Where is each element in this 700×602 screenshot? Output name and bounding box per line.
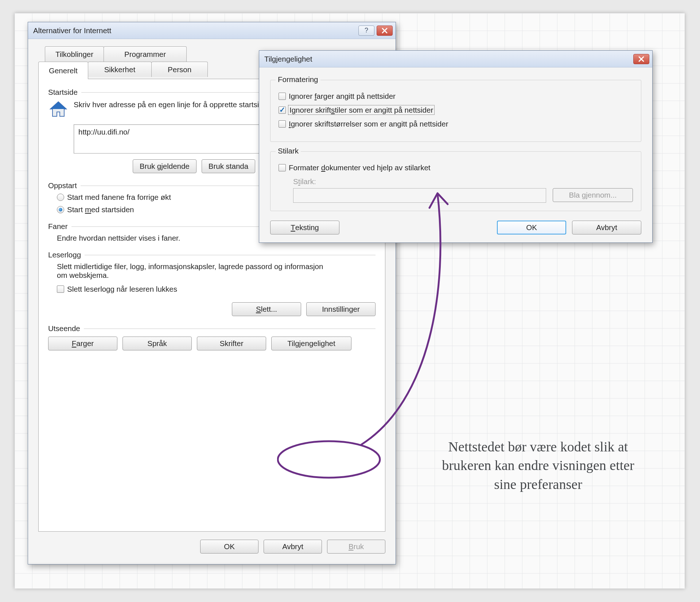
ignore-colors-checkbox[interactable]: Ignorer farger angitt på nettsider [279, 92, 633, 101]
leserlogg-header: Leserlogg [48, 250, 81, 259]
tab-person[interactable]: Person [151, 62, 208, 77]
main-ok-button[interactable]: OK [200, 540, 258, 554]
oppstart-header: Oppstart [48, 181, 77, 190]
acc-cancel-button[interactable]: Avbryt [572, 221, 641, 234]
browse-button: Bla gjennom... [553, 188, 633, 202]
stylesheet-path-input [293, 188, 546, 203]
ignore-font-styles-checkbox[interactable]: Ignorer skriftstiler som er angitt på ne… [279, 106, 633, 114]
tab-tilkoblinger[interactable]: Tilkoblinger [45, 46, 104, 62]
settings-button[interactable]: Innstillinger [306, 302, 376, 316]
formatering-fieldset: Formatering Ignorer farger angitt på net… [270, 80, 641, 142]
home-icon [48, 100, 69, 120]
captions-button[interactable]: Teksting [270, 221, 339, 234]
use-stylesheet-checkbox[interactable]: Formater dokumenter ved hjelp av stilark… [279, 163, 633, 172]
acc-close-button[interactable] [633, 54, 649, 64]
main-cancel-button[interactable]: Avbryt [264, 540, 322, 554]
acc-titlebar[interactable]: Tilgjengelighet [259, 51, 652, 67]
stylesheet-label: Stilark: [293, 177, 633, 186]
leserlogg-desc: Slett midlertidige filer, logg, informas… [57, 262, 334, 280]
startside-desc: Skriv hver adresse på en egen linje for … [74, 100, 286, 120]
tab-generelt[interactable]: Generelt [38, 62, 88, 79]
close-button[interactable] [377, 26, 393, 36]
tab-sikkerhet[interactable]: Sikkerhet [88, 62, 152, 77]
acc-title: Tilgjengelighet [264, 55, 631, 63]
use-current-button[interactable]: Bruk gjeldende [133, 159, 197, 173]
ignore-font-sizes-checkbox[interactable]: Ignorer skriftstørrelser som er angitt p… [279, 120, 633, 128]
fonts-button[interactable]: Skrifter [197, 337, 266, 350]
use-default-button[interactable]: Bruk standa [202, 159, 255, 173]
colors-button[interactable]: Farger [48, 337, 117, 350]
acc-ok-button[interactable]: OK [497, 221, 566, 234]
utseende-header: Utseende [48, 324, 80, 333]
accessibility-dialog: Tilgjengelighet Formatering Ignorer farg… [259, 50, 653, 243]
help-button[interactable]: ? [358, 26, 374, 36]
stilark-fieldset: Stilark Formater dokumenter ved hjelp av… [270, 151, 641, 211]
formatering-legend: Formatering [276, 75, 320, 84]
main-apply-button[interactable]: Bruk [327, 540, 385, 554]
delete-button[interactable]: Slett... [232, 302, 301, 316]
languages-button[interactable]: Språk [122, 337, 192, 350]
faner-header: Faner [48, 222, 68, 231]
dialog-title: Alternativer for Internett [33, 26, 356, 35]
tab-programmer[interactable]: Programmer [104, 46, 187, 62]
accessibility-button[interactable]: Tilgjengelighet [271, 337, 351, 350]
delete-on-exit-checkbox[interactable]: Slett leserlogg når leseren lukkes [57, 285, 376, 294]
stilark-legend: Stilark [276, 147, 301, 155]
annotation-text: Nettstedet bør være kodet slik at bruker… [436, 438, 640, 494]
dialog-titlebar[interactable]: Alternativer for Internett ? [28, 22, 396, 39]
startside-header: Startside [48, 88, 78, 97]
